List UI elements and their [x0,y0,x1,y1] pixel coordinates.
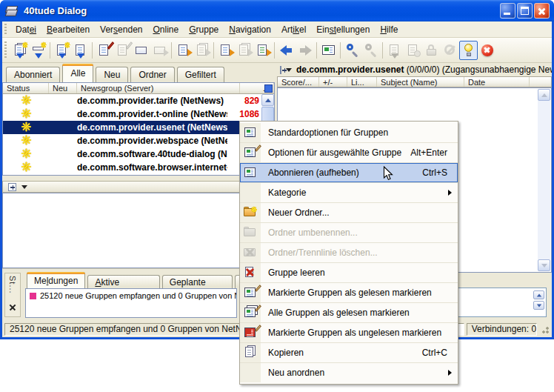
no-entry-icon[interactable] [441,41,459,60]
menubar-item-navigation[interactable]: Navigation [224,23,276,36]
group-view-tab-gefiltert[interactable]: Gefiltert [177,67,224,82]
close-button[interactable] [534,3,550,19]
group-row[interactable]: de.comm.provider.usenet (NetNews) [3,121,261,134]
group-row[interactable]: de.comm.software.40tude-dialog (Net... [3,147,261,161]
article-view[interactable] [2,193,275,268]
dock-tab-meldungen[interactable]: Meldungen [27,272,85,288]
group-view-tab-neu[interactable]: Neu [96,67,128,82]
group-view-tab-abonniert[interactable]: Abonniert [6,67,60,82]
search-again-icon[interactable] [361,41,380,60]
forward-mail-icon[interactable] [150,41,169,60]
spinner-up-button[interactable] [533,290,544,299]
next-thread-icon[interactable] [235,41,253,60]
search-icon[interactable] [343,41,361,60]
menu-item-neu-anordnen[interactable]: Neu anordnen [240,363,458,382]
column-header-[interactable]: +/- [319,77,347,87]
group-row[interactable]: de.comm.provider.webspace (NetNews) [3,134,261,147]
menu-item-kopieren[interactable]: KopierenCtrl+C [240,343,458,362]
menu-item-standardoptionen-für-gruppen[interactable]: Standardoptionen für Gruppen [240,123,458,142]
dock-close-icon[interactable] [9,304,16,311]
scroll-up-button[interactable] [261,94,274,106]
column-header-subject-name[interactable]: Subject (Name) [377,77,464,87]
group-list-header[interactable]: StatusNeuNewsgroup (Server)... [3,83,274,94]
submenu-arrow-icon [448,370,452,376]
menu-item-kategorie[interactable]: Kategorie [240,183,458,202]
menu-item-gruppe-leeren[interactable]: Gruppe leeren [240,263,458,282]
group-row[interactable] [3,174,261,175]
horizontal-splitter[interactable] [2,176,275,181]
get-headers-icon[interactable] [71,41,90,60]
menu-item-ordner-umbenennen[interactable]: Ordner umbenennen... [240,223,458,242]
get-new-groups-icon[interactable] [10,41,29,60]
menu-item-markierte-gruppen-als-gelesen-markieren[interactable]: Markierte Gruppen als gelesen markieren [240,283,458,302]
stamp-icon[interactable] [404,41,422,60]
menubar-grip-icon[interactable] [4,24,7,35]
history-forward-icon[interactable] [296,41,314,60]
article-pane-header [2,181,275,193]
menu-item-abonnieren-aufheben[interactable]: Abonnieren (aufheben)Ctrl+S [240,163,458,182]
dock-side-strip[interactable]: St... [4,273,21,317]
messages-list[interactable]: 25120 neue Gruppen empfangen und 0 Grupp… [25,288,237,318]
scroll-down-button[interactable] [538,259,550,271]
group-row[interactable]: de.comm.provider.tarife (NetNews)829 [3,94,261,107]
spinner-down-button[interactable] [533,301,544,310]
followup-article-icon[interactable] [113,41,132,60]
group-row[interactable]: de.comm.provider.t-online (NetNews)1086 [3,107,261,121]
column-header-score[interactable]: Score/... [278,77,319,87]
download-marked-icon[interactable] [385,41,404,60]
menubar-item-artikel[interactable]: Artikel [276,23,311,36]
menu-item-markierte-gruppen-als-ungelesen-markieren[interactable]: Markierte Gruppen als ungelesen markiere… [240,323,458,342]
column-header-neu[interactable]: Neu [49,83,77,93]
mark-all-read-icon [240,303,261,322]
column-header-li[interactable]: Li... [347,77,377,87]
stop-icon[interactable] [478,41,496,60]
menubar-item-datei[interactable]: Datei [10,23,41,36]
dock-tab-aktive-threads[interactable]: Aktive Threads [87,275,159,288]
column-header-date[interactable]: Date [464,77,530,87]
menubar-item-bearbeiten[interactable]: Bearbeiten [41,23,95,36]
menubar-item-einstellungen[interactable]: Einstellungen [311,23,375,36]
menubar-item-gruppe[interactable]: Gruppe [184,23,224,36]
menu-shortcut: Ctrl+S [422,167,458,178]
next-unread-thread-icon[interactable] [193,41,211,60]
get-new-headers-icon[interactable] [53,41,71,60]
menu-shortcut: Ctrl+C [422,348,458,358]
dock-tab-geplante-jobs[interactable]: Geplante Jobs [162,275,233,288]
scroll-up-button[interactable] [538,89,550,101]
expand-all-button[interactable] [8,183,16,191]
group-view-tab-alle[interactable]: Alle [62,64,93,82]
next-unread-article-icon[interactable] [174,41,193,60]
header-dropdown-icon[interactable] [21,185,27,189]
titlebar[interactable]: 40tude Dialog [0,0,554,21]
expand-all-button[interactable] [280,66,281,74]
get-group-list-icon[interactable] [29,41,47,60]
header-list-columns[interactable]: Score/...+/-Li...Subject (Name)Date [277,76,552,87]
header-list-scrollbar[interactable] [538,89,550,271]
menu-item-alle-gruppen-als-gelesen-markieren[interactable]: Alle Gruppen als gelesen markieren [240,303,458,322]
group-view-tab-ordner[interactable]: Ordner [130,67,174,82]
group-row[interactable]: de.comm.software.browser.internet-e... [3,161,261,174]
next-group-icon[interactable] [253,41,272,60]
history-back-icon[interactable] [277,41,296,60]
reply-mail-icon[interactable] [132,41,150,60]
maximize-button[interactable] [517,3,533,19]
column-header-newsgroup-server[interactable]: Newsgroup (Server) [77,83,240,93]
lock-icon[interactable] [422,41,441,60]
message-row[interactable]: 25120 neue Gruppen empfangen und 0 Grupp… [30,291,233,300]
new-article-icon[interactable] [95,41,113,60]
menubar-item-versenden[interactable]: Versenden [95,23,147,36]
header-dropdown-icon[interactable] [286,68,292,72]
minimize-button[interactable] [500,3,515,19]
column-header-status[interactable]: Status [3,83,49,93]
menubar-item-online[interactable]: Online [147,23,184,36]
next-article-icon[interactable] [216,41,235,60]
online-mode-icon[interactable] [459,41,478,60]
newsgroup-list-icon[interactable] [319,41,338,60]
menu-item-optionen-für-ausgewählte-gruppe[interactable]: Optionen für ausgewählte GruppeAlt+Enter [240,143,458,162]
toolbar-grip-icon[interactable] [4,41,7,59]
menu-item-neuer-ordner[interactable]: Neuer Ordner... [240,203,458,222]
menu-item-ordner-trennlinie-löschen[interactable]: Ordner/Trennlinie löschen... [240,243,458,262]
resize-grip[interactable] [539,324,550,334]
menubar-item-hilfe[interactable]: Hilfe [375,23,403,36]
column-options-button[interactable] [264,84,273,93]
